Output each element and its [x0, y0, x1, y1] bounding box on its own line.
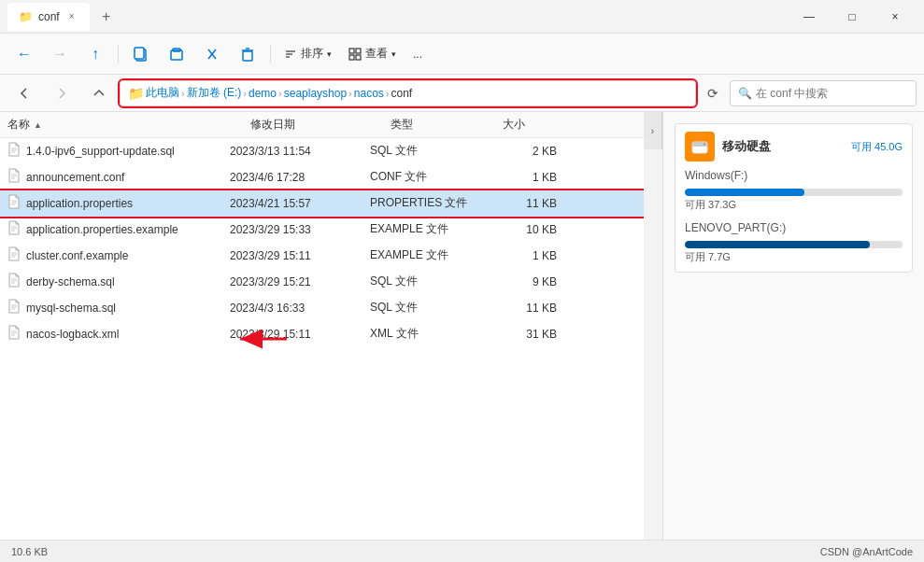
- drive-card: 移动硬盘 可用 45.0G Windows(F:) 可用 37.3G LENOV…: [675, 123, 913, 273]
- breadcrumb-path3[interactable]: nacos: [354, 87, 384, 100]
- status-attribution: CSDN @AnArtCode: [820, 546, 913, 557]
- delete-button[interactable]: [231, 37, 264, 71]
- folder-tab-icon: 📁: [19, 10, 33, 23]
- drive-free-label: 可用 45.0G: [851, 140, 903, 154]
- sort-arrow-icon: ▾: [327, 49, 332, 59]
- sep5: ›: [386, 88, 390, 99]
- tab-label: conf: [38, 10, 60, 23]
- view-button[interactable]: 查看 ▾: [341, 39, 404, 69]
- col-header-date[interactable]: 修改日期: [250, 117, 391, 133]
- breadcrumb-drive[interactable]: 新加卷 (E:): [187, 85, 242, 101]
- breadcrumb-pc[interactable]: 此电脑: [146, 85, 179, 101]
- file-icon: [7, 325, 21, 343]
- close-button[interactable]: ×: [874, 0, 917, 34]
- file-icon: [7, 299, 21, 316]
- title-bar: 📁 conf × + — □ ×: [0, 0, 924, 34]
- back-button[interactable]: ←: [7, 37, 41, 71]
- maximize-button[interactable]: □: [831, 0, 874, 34]
- svg-rect-14: [349, 55, 354, 60]
- forward-button[interactable]: →: [43, 37, 77, 71]
- folder-icon: 📁: [128, 86, 144, 101]
- drive-info: 移动硬盘: [722, 138, 844, 155]
- file-date: 2023/3/29 15:11: [230, 249, 370, 262]
- copy-button[interactable]: [124, 37, 158, 71]
- file-type: EXAMPLE 文件: [370, 221, 482, 237]
- sort-button[interactable]: 排序 ▾: [277, 39, 339, 69]
- address-bar: 📁 此电脑 › 新加卷 (E:) › demo › seaplayshop › …: [0, 75, 924, 112]
- file-icon: [7, 168, 21, 186]
- file-date: 2023/3/29 15:21: [230, 275, 370, 288]
- toolbar: ← → ↑ 排序 ▾ 查看 ▾ ...: [0, 34, 924, 75]
- sep1: ›: [181, 88, 185, 99]
- file-type: XML 文件: [370, 326, 482, 342]
- file-type: PROPERTIES 文件: [370, 195, 482, 211]
- svg-rect-12: [349, 49, 354, 53]
- name-sort-icon: ▲: [34, 120, 42, 130]
- file-name: 1.4.0-ipv6_support-update.sql: [7, 142, 230, 160]
- file-size: 11 KB: [482, 302, 557, 315]
- breadcrumb[interactable]: 📁 此电脑 › 新加卷 (E:) › demo › seaplayshop › …: [120, 80, 696, 106]
- separator-2: [270, 45, 271, 63]
- nav-back-button[interactable]: [7, 77, 41, 110]
- file-size: 1 KB: [482, 171, 557, 184]
- chevron-right-icon: ›: [651, 126, 654, 136]
- panel-toggle-button[interactable]: ›: [644, 112, 662, 149]
- more-label: ...: [413, 48, 422, 61]
- cut-button[interactable]: [195, 37, 229, 71]
- file-type: SQL 文件: [370, 143, 482, 159]
- breadcrumb-path1[interactable]: demo: [249, 87, 277, 100]
- table-row[interactable]: derby-schema.sql 2023/3/29 15:21 SQL 文件 …: [0, 269, 644, 295]
- col-header-type[interactable]: 类型: [391, 117, 503, 133]
- nav-forward-button[interactable]: [45, 77, 78, 110]
- table-row[interactable]: nacos-logback.xml 2023/3/29 15:11 XML 文件…: [0, 321, 644, 347]
- search-input[interactable]: [756, 87, 908, 100]
- table-row[interactable]: cluster.conf.example 2023/3/29 15:11 EXA…: [0, 243, 644, 269]
- file-size: 11 KB: [482, 197, 557, 210]
- search-box[interactable]: 🔍: [730, 80, 917, 106]
- file-date: 2023/4/3 16:33: [230, 302, 370, 315]
- col-header-name[interactable]: 名称 ▲: [7, 117, 250, 133]
- partition-f-label: Windows(F:): [685, 169, 747, 182]
- minimize-button[interactable]: —: [788, 0, 831, 34]
- status-bar: 10.6 KB CSDN @AnArtCode: [0, 540, 924, 562]
- sep3: ›: [278, 88, 282, 99]
- table-row[interactable]: announcement.conf 2023/4/6 17:28 CONF 文件…: [0, 164, 644, 190]
- table-row[interactable]: application.properties 2023/4/21 15:57 P…: [0, 190, 644, 217]
- refresh-button[interactable]: ⟳: [700, 80, 726, 106]
- more-button[interactable]: ...: [405, 39, 430, 69]
- file-icon: [7, 194, 21, 212]
- table-row[interactable]: mysql-schema.sql 2023/4/3 16:33 SQL 文件 1…: [0, 295, 644, 321]
- svg-rect-15: [356, 55, 361, 60]
- active-tab[interactable]: 📁 conf ×: [7, 3, 90, 31]
- file-date: 2023/3/13 11:54: [230, 145, 370, 158]
- file-size: 9 KB: [482, 275, 557, 288]
- file-list-body: 1.4.0-ipv6_support-update.sql 2023/3/13 …: [0, 138, 644, 540]
- view-arrow-icon: ▾: [391, 49, 396, 59]
- table-row[interactable]: 1.4.0-ipv6_support-update.sql 2023/3/13 …: [0, 138, 644, 164]
- tab-close-button[interactable]: ×: [65, 10, 78, 23]
- up-button[interactable]: ↑: [78, 37, 112, 71]
- drive-header: 移动硬盘 可用 45.0G: [685, 132, 903, 162]
- svg-point-44: [704, 144, 705, 146]
- file-size: 31 KB: [482, 328, 557, 341]
- add-tab-button[interactable]: +: [93, 4, 120, 30]
- col-header-size[interactable]: 大小: [503, 117, 577, 133]
- partition-f-free: 可用 37.3G: [685, 198, 903, 212]
- search-icon: 🔍: [738, 87, 752, 100]
- window-controls: — □ ×: [788, 0, 917, 34]
- nav-up-button[interactable]: [82, 77, 116, 110]
- main-content: 名称 ▲ 修改日期 类型 大小: [0, 112, 924, 540]
- file-type: CONF 文件: [370, 169, 482, 185]
- file-name: application.properties: [7, 194, 230, 212]
- paste-button[interactable]: [160, 37, 193, 71]
- partition-g: LENOVO_PART(G:) 可用 7.7G: [685, 221, 903, 264]
- file-type: SQL 文件: [370, 300, 482, 316]
- tab-strip: 📁 conf × +: [7, 3, 120, 31]
- file-icon: [7, 246, 21, 264]
- file-date: 2023/4/6 17:28: [230, 171, 370, 184]
- right-panel: 移动硬盘 可用 45.0G Windows(F:) 可用 37.3G LENOV…: [662, 112, 924, 540]
- partition-f: Windows(F:) 可用 37.3G: [685, 169, 903, 212]
- table-row[interactable]: application.properties.example 2023/3/29…: [0, 217, 644, 243]
- breadcrumb-path2[interactable]: seaplayshop: [284, 87, 347, 100]
- partition-g-label: LENOVO_PART(G:): [685, 221, 786, 234]
